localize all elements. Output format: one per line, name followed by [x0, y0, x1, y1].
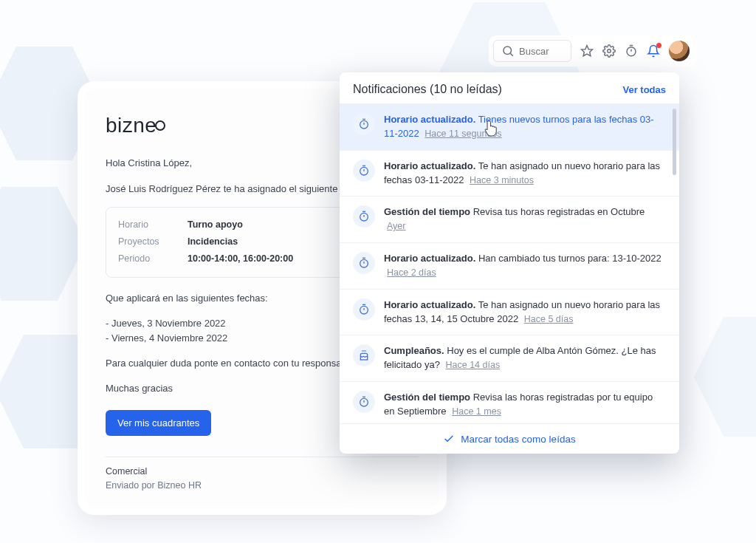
- bell-icon[interactable]: [647, 44, 660, 58]
- top-toolbar: [489, 35, 697, 66]
- notification-title: Cumpleaños.: [384, 345, 444, 356]
- notification-body: Horario actualizado. Han cambiado tus tu…: [384, 252, 666, 280]
- notification-time: Hace 1 mes: [452, 406, 501, 417]
- notifications-panel: Notificaciones (10 no leídas) Ver todas …: [340, 72, 679, 454]
- notification-title: Horario actualizado.: [384, 253, 475, 264]
- notification-title: Horario actualizado.: [384, 114, 475, 125]
- gear-icon[interactable]: [602, 44, 616, 58]
- svg-point-13: [360, 214, 368, 222]
- mark-all-read-button[interactable]: Marcar todas como leídas: [340, 423, 679, 454]
- notification-title: Horario actualizado.: [384, 160, 475, 171]
- timer-icon: [353, 113, 375, 135]
- notifications-list[interactable]: Horario actualizado. Tienes nuevos turno…: [340, 104, 679, 423]
- notification-time: Hace 2 días: [387, 267, 436, 278]
- star-icon[interactable]: [580, 44, 594, 58]
- notification-item[interactable]: Horario actualizado. Te han asignado un …: [340, 151, 679, 197]
- bg-hexagon: [694, 310, 756, 443]
- notification-item[interactable]: Horario actualizado. Te han asignado un …: [340, 290, 679, 336]
- timer-icon: [353, 205, 375, 228]
- footer-role: Comercial: [106, 465, 419, 479]
- notification-item[interactable]: Horario actualizado. Han cambiado tus tu…: [340, 243, 679, 290]
- email-footer: Comercial Enviado por Bizneo HR: [106, 457, 419, 494]
- check-icon: [443, 433, 455, 445]
- search-input[interactable]: [519, 46, 563, 57]
- notification-body: Horario actualizado. Te han asignado un …: [384, 160, 666, 188]
- timer-icon: [353, 252, 375, 274]
- svg-point-16: [360, 259, 368, 267]
- avatar[interactable]: [669, 41, 690, 61]
- notification-time: Hace 14 días: [446, 360, 501, 370]
- svg-point-0: [504, 47, 512, 55]
- notification-item[interactable]: Horario actualizado. Tienes nuevos turno…: [340, 104, 679, 151]
- timer-icon: [353, 160, 375, 182]
- notification-title: Horario actualizado.: [384, 299, 475, 310]
- search-icon: [501, 44, 515, 58]
- notification-item[interactable]: Gestión del tiempo Revisa las horas regi…: [340, 382, 679, 423]
- notification-time: Hace 11 segundos: [425, 129, 501, 139]
- notification-item[interactable]: Cumpleaños. Hoy es el cumple de Alba Ant…: [340, 335, 679, 382]
- cake-icon: [353, 344, 375, 366]
- svg-point-19: [360, 306, 368, 314]
- bg-hexagon: [0, 181, 86, 307]
- notification-body: Gestión del tiempo Revisa las horas regi…: [384, 391, 666, 419]
- svg-point-3: [608, 49, 611, 53]
- notification-badge: [656, 43, 662, 48]
- notification-title: Gestión del tiempo: [384, 392, 470, 403]
- view-schedules-button[interactable]: Ver mis cuadrantes: [106, 410, 211, 436]
- notification-time: Hace 5 días: [524, 314, 574, 324]
- notification-time: Ayer: [387, 221, 405, 231]
- timer-icon: [353, 298, 375, 321]
- notification-message: Revisa tus horas registradas en Octubre: [473, 206, 645, 217]
- notification-item[interactable]: Gestión del tiempo Revisa tus horas regi…: [340, 197, 679, 243]
- notifications-title: Notificaciones (10 no leídas): [353, 83, 502, 96]
- see-all-link[interactable]: Ver todas: [622, 84, 666, 95]
- svg-marker-2: [582, 46, 593, 56]
- notification-body: Cumpleaños. Hoy es el cumple de Alba Ant…: [384, 344, 666, 372]
- notification-body: Gestión del tiempo Revisa tus horas regi…: [384, 205, 666, 233]
- notification-body: Horario actualizado. Te han asignado un …: [384, 298, 666, 327]
- notification-time: Hace 3 minutos: [470, 175, 534, 185]
- notification-title: Gestión del tiempo: [384, 206, 470, 217]
- notification-message: Han cambiado tus turnos para: 13-10-2022: [478, 253, 662, 264]
- notification-body: Horario actualizado. Tienes nuevos turno…: [384, 113, 666, 141]
- svg-line-1: [510, 53, 512, 55]
- timer-icon[interactable]: [625, 44, 638, 58]
- timer-icon: [353, 391, 375, 413]
- search-box[interactable]: [493, 40, 571, 62]
- footer-sent: Enviado por Bizneo HR: [106, 479, 419, 493]
- scrollbar-thumb[interactable]: [673, 109, 676, 175]
